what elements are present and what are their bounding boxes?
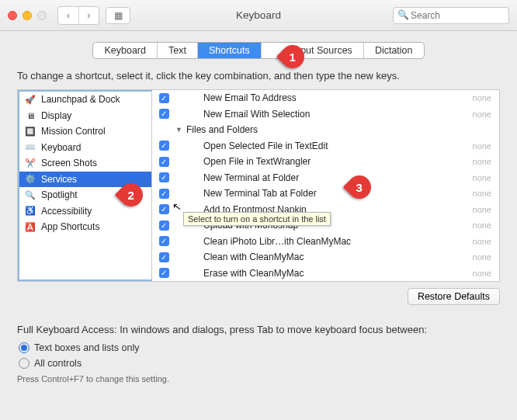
shortcut-label: New Email With Selection bbox=[186, 109, 460, 120]
category-icon: ⌨️ bbox=[24, 141, 36, 154]
shortcut-value: none bbox=[460, 141, 499, 151]
radio-dot-icon bbox=[19, 358, 29, 369]
checkbox-icon[interactable]: ✓ bbox=[159, 189, 169, 199]
keyboard-hint: Press Control+F7 to change this setting. bbox=[17, 374, 500, 384]
shortcut-row[interactable]: ✓Open Selected File in TextEditnone bbox=[152, 138, 499, 154]
radio-text-boxes-only[interactable]: Text boxes and lists only bbox=[19, 340, 517, 356]
shortcut-label: New Email To Address bbox=[186, 92, 460, 103]
search-icon: 🔍 bbox=[397, 9, 409, 20]
shortcut-label: Files and Folders bbox=[186, 124, 460, 135]
sidebar-item-launchpad-dock[interactable]: 🚀Launchpad & Dock bbox=[19, 92, 151, 108]
category-icon: 🔲 bbox=[24, 125, 36, 137]
sidebar-item-display[interactable]: 🖥Display bbox=[19, 108, 151, 124]
shortcut-row[interactable]: ✓New Terminal at Foldernone bbox=[152, 170, 499, 186]
full-keyboard-access-label: Full Keyboard Access: In windows and dia… bbox=[17, 324, 500, 335]
category-icon: ✂️ bbox=[24, 157, 36, 169]
checkbox-icon[interactable]: ✓ bbox=[159, 204, 169, 214]
shortcut-label: Clean iPhoto Libr…ith CleanMyMac bbox=[186, 236, 460, 247]
shortcut-value: none bbox=[460, 205, 499, 214]
tab-dictation[interactable]: Dictation bbox=[364, 43, 424, 58]
annotation-1: 1 bbox=[281, 45, 304, 68]
shortcut-row[interactable]: ✓New Terminal Tab at Foldernone bbox=[152, 186, 499, 202]
tab-text[interactable]: Text bbox=[158, 43, 198, 58]
shortcut-row[interactable]: ✓Clean iPhoto Libr…ith CleanMyMacnone bbox=[152, 234, 499, 250]
back-button[interactable]: ‹ bbox=[58, 7, 78, 24]
shortcut-value: none bbox=[460, 189, 499, 198]
category-icon: 🔍 bbox=[24, 189, 36, 201]
close-icon[interactable] bbox=[8, 11, 17, 20]
sidebar-item-keyboard[interactable]: ⌨️Keyboard bbox=[19, 140, 151, 156]
category-icon: ⚙️ bbox=[24, 173, 36, 186]
titlebar: ‹ › ▦ Keyboard 🔍 bbox=[0, 0, 517, 31]
shortcut-row[interactable]: ✓Erase with CleanMyMacnone bbox=[152, 266, 499, 282]
cursor-icon: ↖ bbox=[172, 200, 183, 213]
annotation-3: 3 bbox=[348, 175, 371, 199]
shortcut-label: New Terminal Tab at Folder bbox=[186, 188, 460, 199]
shortcut-value: none bbox=[460, 269, 499, 278]
shortcut-value: none bbox=[460, 109, 499, 119]
disclosure-icon: ▼ bbox=[175, 126, 186, 134]
shortcut-row[interactable]: ✓New Email To Addressnone bbox=[152, 90, 499, 106]
checkbox-icon[interactable]: ✓ bbox=[159, 236, 169, 246]
annotation-2: 2 bbox=[120, 183, 143, 207]
shortcut-label: New Terminal at Folder bbox=[186, 172, 460, 183]
shortcut-row[interactable]: ✓New Email With Selectionnone bbox=[152, 106, 499, 123]
sidebar-item-screen-shots[interactable]: ✂️Screen Shots bbox=[19, 155, 151, 172]
restore-defaults-button[interactable]: Restore Defaults bbox=[408, 288, 500, 305]
shortcut-value: none bbox=[460, 157, 499, 166]
traffic-lights bbox=[8, 11, 47, 20]
category-icon: 🅰️ bbox=[24, 220, 36, 233]
category-icon: 🖥 bbox=[24, 109, 36, 122]
tabs: KeyboardTextShortcutsInput SourcesDictat… bbox=[0, 42, 517, 59]
nav-buttons: ‹ › bbox=[57, 6, 99, 25]
checkbox-icon[interactable]: ✓ bbox=[159, 157, 169, 167]
checkbox-icon[interactable]: ✓ bbox=[159, 252, 169, 262]
group-header[interactable]: ▼Files and Folders bbox=[152, 122, 499, 138]
sidebar-item-mission-control[interactable]: 🔲Mission Control bbox=[19, 123, 151, 140]
checkbox-icon[interactable]: ✓ bbox=[159, 172, 169, 182]
shortcut-value: none bbox=[460, 237, 499, 246]
shortcut-label: Erase with CleanMyMac bbox=[186, 268, 460, 279]
instruction-text: To change a shortcut, select it, click t… bbox=[17, 70, 500, 82]
shortcut-value: none bbox=[460, 220, 499, 230]
forward-button[interactable]: › bbox=[78, 7, 99, 24]
search-input[interactable] bbox=[393, 7, 509, 24]
shortcut-value: none bbox=[460, 93, 499, 102]
show-all-button[interactable]: ▦ bbox=[106, 7, 130, 24]
shortcut-label: Open File in TextWrangler bbox=[186, 156, 460, 167]
shortcut-value: none bbox=[460, 173, 499, 182]
shortcut-value: none bbox=[460, 252, 499, 262]
checkbox-icon[interactable]: ✓ bbox=[159, 220, 169, 231]
tooltip: Select to turn on a shortcut in the list bbox=[183, 212, 331, 226]
shortcut-row[interactable]: ✓Clean with CleanMyMacnone bbox=[152, 249, 499, 266]
category-icon: 🚀 bbox=[24, 93, 36, 106]
radio-all-controls[interactable]: All controls bbox=[19, 356, 517, 371]
window-title: Keyboard bbox=[236, 9, 281, 21]
checkbox-icon[interactable]: ✓ bbox=[159, 93, 169, 103]
checkbox-icon[interactable]: ✓ bbox=[159, 141, 169, 151]
checkbox-icon[interactable]: ✓ bbox=[159, 268, 169, 278]
minimize-icon[interactable] bbox=[23, 11, 32, 20]
checkbox-icon[interactable]: ✓ bbox=[159, 109, 169, 119]
shortcut-label: Open Selected File in TextEdit bbox=[186, 141, 460, 151]
tab-shortcuts[interactable]: Shortcuts bbox=[198, 43, 262, 58]
sidebar-item-app-shortcuts[interactable]: 🅰️App Shortcuts bbox=[19, 219, 151, 235]
category-icon: ♿️ bbox=[24, 205, 36, 217]
shortcut-label: Clean with CleanMyMac bbox=[186, 252, 460, 262]
tab-keyboard[interactable]: Keyboard bbox=[93, 43, 158, 58]
radio-dot-icon bbox=[19, 342, 29, 353]
shortcut-panes: 🚀Launchpad & Dock🖥Display🔲Mission Contro… bbox=[17, 89, 500, 282]
maximize-icon bbox=[37, 11, 47, 20]
shortcut-row[interactable]: ✓Open File in TextWranglernone bbox=[152, 154, 499, 170]
shortcut-list[interactable]: ✓New Email To Addressnone✓New Email With… bbox=[152, 90, 499, 281]
